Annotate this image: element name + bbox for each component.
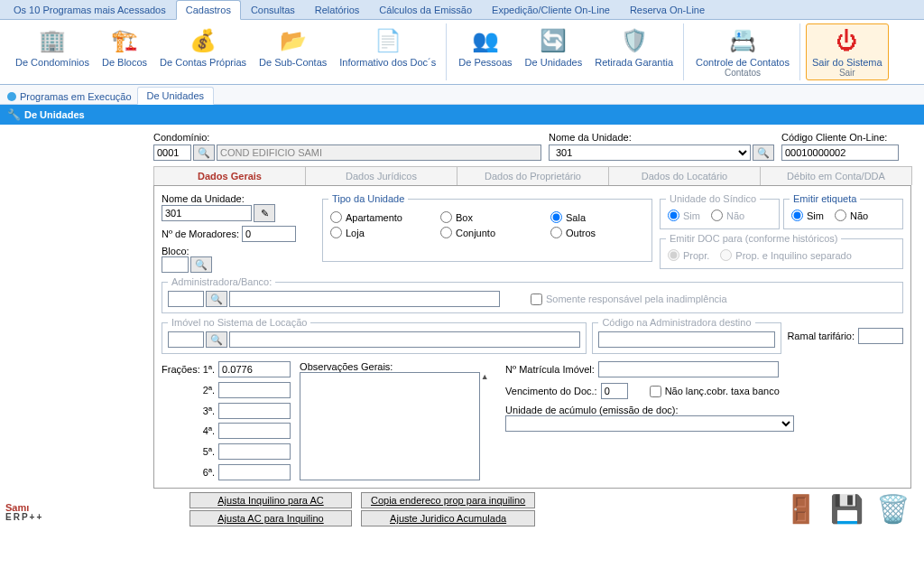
radio-sala[interactable]: Sala (550, 211, 644, 223)
etiqueta-nao[interactable]: Não (835, 210, 868, 221)
emitir-etiqueta-fieldset: Emitir etiqueta Sim Não (783, 193, 903, 229)
imovel-name-input[interactable] (229, 331, 580, 348)
bloco-label: Bloco: (162, 246, 189, 256)
search-icon: 🔍 (198, 147, 210, 159)
condominio-label: Condomínio: (153, 132, 541, 143)
codigo-admin-input[interactable] (598, 331, 775, 348)
unidade-search-button[interactable]: 🔍 (753, 144, 774, 161)
etiqueta-sim[interactable]: Sim (791, 210, 824, 221)
nao-lanc-check[interactable]: Não lanç.cobr. taxa banco (650, 386, 780, 397)
fracao-4-input[interactable] (218, 423, 291, 439)
ribbon-de-unidades[interactable]: 🔄De Unidades (519, 23, 589, 80)
save-icon[interactable]: 💾 (830, 493, 864, 525)
admin-name-input[interactable] (229, 291, 500, 307)
fracao-3-input[interactable] (218, 403, 291, 419)
ribbon-de-subcontas[interactable]: 📂De Sub-Contas (253, 23, 333, 80)
sami-logo: Samı ERP++ (5, 482, 43, 521)
btn-copia-endereco[interactable]: Copia endereco prop para inquilino (361, 492, 535, 508)
fracao-1-input[interactable] (218, 361, 291, 377)
radio-outros[interactable]: Outros (550, 227, 644, 238)
ramal-input[interactable] (858, 328, 903, 344)
codigo-cliente-input[interactable] (781, 144, 899, 161)
imovel-code-input[interactable] (168, 331, 204, 348)
ribbon-de-condominios[interactable]: 🏢De Condomínios (9, 23, 96, 80)
tipo-unidade-legend: Tipo da Unidade (328, 193, 408, 204)
menu-tab-reserva[interactable]: Reserva On-Line (620, 0, 715, 19)
obs-scroll-up[interactable]: ▲ (480, 372, 489, 381)
search-icon: 🔍 (210, 294, 223, 305)
shield-icon: 🛡️ (620, 26, 649, 55)
menu-tab-calculos[interactable]: Cálculos da Emissão (369, 0, 482, 19)
tab-dados-proprietario[interactable]: Dados do Proprietário (457, 166, 609, 185)
ribbon-sair[interactable]: ⏻Sair do SistemaSair (806, 23, 889, 80)
subtab-de-unidades[interactable]: De Unidades (137, 87, 215, 105)
tab-dados-gerais[interactable]: Dados Gerais (153, 166, 306, 185)
doc-prop-inq: Prop. e Inquilino separado (720, 249, 851, 261)
observacoes-textarea[interactable] (300, 372, 480, 480)
search-icon: 🔍 (757, 147, 770, 159)
unidade-sindico-legend: Unidade do Síndico (666, 193, 760, 204)
fracao-5-input[interactable] (218, 443, 291, 460)
radio-box[interactable]: Box (440, 211, 534, 223)
btn-ajuste-juridico[interactable]: Ajuste Juridico Acumulada (361, 510, 535, 526)
fracao-2-input[interactable] (218, 382, 291, 398)
vencimento-input[interactable] (601, 383, 628, 399)
ribbon-informativo[interactable]: 📄Informativo dos Doc´s (333, 23, 442, 80)
people-icon: 👥 (471, 26, 500, 55)
main-area: Condomínio: 🔍 Nome da Unidade: 301 🔍 Cód… (0, 125, 924, 530)
ribbon-group-3: 📇Controle de ContatosContatos (686, 23, 800, 80)
ribbon-retirada-garantia[interactable]: 🛡️Retirada Garantia (588, 23, 679, 80)
matricula-label: Nº Matrícula Imóvel: (505, 364, 595, 375)
admin-code-input[interactable] (168, 291, 204, 307)
tab-debito-conta[interactable]: Débito em Conta/DDA (760, 166, 912, 185)
imovel-search-button[interactable]: 🔍 (206, 331, 227, 348)
tab-dados-locatario[interactable]: Dados do Locatário (608, 166, 761, 185)
menu-tab-expedicao[interactable]: Expedição/Cliente On-Line (482, 0, 620, 19)
sindico-sim[interactable]: Sim (668, 210, 700, 221)
ribbon-controle-contatos[interactable]: 📇Controle de ContatosContatos (689, 23, 796, 80)
fracao-6-input[interactable] (218, 464, 291, 480)
exit-icon[interactable]: 🚪 (784, 493, 818, 525)
bloco-input[interactable] (162, 256, 189, 273)
sindico-nao[interactable]: Não (711, 210, 744, 221)
ramal-label: Ramal tarifário: (787, 331, 855, 341)
radio-apartamento[interactable]: Apartamento (330, 211, 424, 223)
administradora-legend: Administradora/Banco: (168, 276, 275, 287)
radio-conjunto[interactable]: Conjunto (440, 227, 534, 238)
nome-unidade-input[interactable] (162, 205, 252, 221)
condominio-code-input[interactable] (153, 144, 191, 161)
matricula-input[interactable] (598, 361, 779, 377)
folder-icon: 📂 (279, 26, 308, 55)
top-fields-row: Condomínio: 🔍 Nome da Unidade: 301 🔍 Cód… (153, 132, 911, 161)
condominio-search-button[interactable]: 🔍 (193, 144, 215, 161)
codigo-admin-fieldset: Código na Administradora destino (592, 317, 781, 354)
menu-tab-relatorios[interactable]: Relatórios (305, 0, 370, 19)
edit-unidade-button[interactable]: ✎ (254, 204, 275, 222)
module-icon: 🔧 (7, 108, 21, 121)
emitir-doc-fieldset: Emitir DOC para (conforme históricos) Pr… (660, 233, 903, 269)
money-icon: 💰 (189, 26, 217, 55)
menu-tab-consultas[interactable]: Consultas (241, 0, 305, 19)
nome-unidade-select[interactable]: 301 (549, 144, 751, 161)
contacts-icon: 📇 (728, 26, 757, 55)
bloco-search-button[interactable]: 🔍 (190, 256, 212, 273)
module-titlebar: 🔧 De Unidades (0, 105, 924, 125)
acumulo-select[interactable] (505, 415, 794, 432)
btn-ajusta-inquilino-ac[interactable]: Ajusta Inquilino para AC (189, 492, 352, 508)
vencimento-label: Vencimento do Doc.: (505, 386, 597, 396)
somente-responsavel-check[interactable]: Somente responsável pela inadimplência (531, 294, 727, 305)
delete-icon[interactable]: 🗑️ (876, 493, 910, 525)
tab-dados-juridicos[interactable]: Dados Jurídicos (305, 166, 457, 185)
menu-tab-cadastros[interactable]: Cadastros (176, 0, 241, 20)
ribbon-group-4: ⏻Sair do SistemaSair (802, 23, 892, 80)
menu-tab-programas-acessados[interactable]: Os 10 Programas mais Acessados (4, 0, 176, 19)
ribbon-de-blocos[interactable]: 🏗️De Blocos (96, 23, 153, 80)
ribbon-de-pessoas[interactable]: 👥De Pessoas (452, 23, 518, 80)
radio-loja[interactable]: Loja (330, 227, 424, 238)
programas-execucao[interactable]: Programas em Execução (2, 89, 137, 104)
ribbon-de-contas[interactable]: 💰De Contas Próprias (153, 23, 253, 80)
moradores-input[interactable] (242, 226, 296, 242)
menu-tabs: Os 10 Programas mais Acessados Cadastros… (0, 0, 924, 20)
btn-ajusta-ac-inquilino[interactable]: Ajusta AC para Inquilino (189, 510, 352, 526)
admin-search-button[interactable]: 🔍 (206, 291, 227, 307)
